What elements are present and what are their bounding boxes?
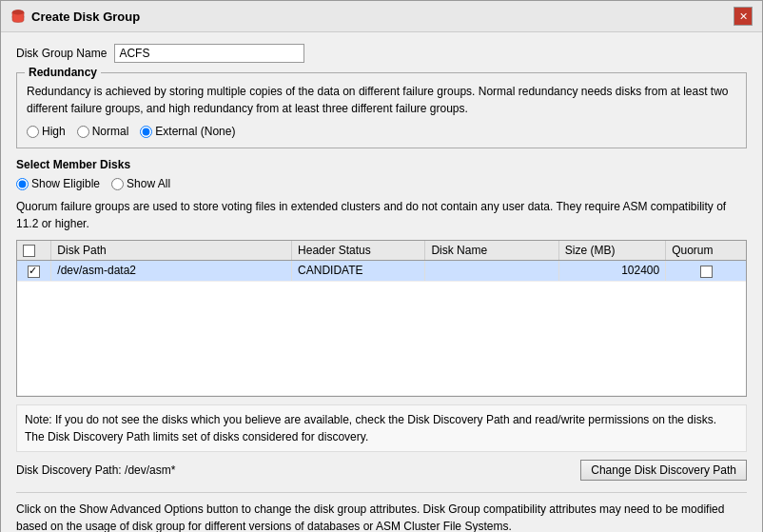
redundancy-description: Redundancy is achieved by storing multip… xyxy=(27,83,736,117)
disk-group-name-input[interactable] xyxy=(114,44,304,63)
radio-normal-label[interactable]: Normal xyxy=(92,125,129,138)
row-header-status: CANDIDATE xyxy=(292,261,425,281)
row-checkbox[interactable] xyxy=(28,266,40,278)
row-disk-path: /dev/asm-data2 xyxy=(51,261,292,281)
col-header-disk-path: Disk Path xyxy=(51,241,292,261)
radio-external-input[interactable] xyxy=(140,126,152,138)
dialog-title: Create Disk Group xyxy=(31,10,140,24)
discovery-path-label: Disk Discovery Path: /dev/asm* xyxy=(16,463,175,477)
radio-external-label[interactable]: External (None) xyxy=(155,125,235,138)
col-header-header-status: Header Status xyxy=(292,241,425,261)
col-header-disk-name: Disk Name xyxy=(425,241,558,261)
show-all-option: Show All xyxy=(111,177,170,190)
col-header-check xyxy=(17,241,51,261)
show-eligible-label[interactable]: Show Eligible xyxy=(31,177,100,190)
radio-high-input[interactable] xyxy=(27,126,39,138)
table-empty-space xyxy=(17,281,746,395)
show-eligible-option: Show Eligible xyxy=(16,177,100,190)
radio-high: High xyxy=(27,125,66,138)
select-member-disks-section: Select Member Disks Show Eligible Show A… xyxy=(16,158,747,481)
svg-point-1 xyxy=(12,10,24,15)
redundancy-radio-row: High Normal External (None) xyxy=(27,125,736,138)
note-text: Note: If you do not see the disks which … xyxy=(25,413,716,443)
radio-external: External (None) xyxy=(140,125,235,138)
row-size: 102400 xyxy=(558,261,665,281)
close-button[interactable]: ✕ xyxy=(734,7,753,26)
show-radio-row: Show Eligible Show All xyxy=(16,177,747,190)
radio-normal-input[interactable] xyxy=(77,126,89,138)
redundancy-group: Redundancy Redundancy is achieved by sto… xyxy=(16,72,747,148)
show-all-label[interactable]: Show All xyxy=(127,177,170,190)
row-quorum xyxy=(666,261,746,281)
discovery-path-row: Disk Discovery Path: /dev/asm* Change Di… xyxy=(16,460,747,481)
change-disk-discovery-path-button[interactable]: Change Disk Discovery Path xyxy=(580,460,747,481)
redundancy-group-title: Redundancy xyxy=(25,66,101,79)
footer-note-text: Click on the Show Advanced Options butto… xyxy=(16,502,724,532)
discovery-path-value: /dev/asm* xyxy=(125,463,175,477)
dialog-icon xyxy=(10,9,26,24)
discovery-path-label-text: Disk Discovery Path: xyxy=(16,463,122,477)
disk-table-body: /dev/asm-data2 CANDIDATE 102400 xyxy=(17,261,746,395)
note-section: Note: If you do not see the disks which … xyxy=(16,404,747,452)
row-check-cell[interactable] xyxy=(17,261,51,281)
title-bar: Create Disk Group ✕ xyxy=(1,1,762,32)
row-disk-name xyxy=(425,261,558,281)
show-all-radio[interactable] xyxy=(111,178,124,190)
footer-note: Click on the Show Advanced Options butto… xyxy=(16,492,747,532)
disk-group-name-label: Disk Group Name xyxy=(16,47,107,60)
member-disks-title: Select Member Disks xyxy=(16,158,747,171)
quorum-description: Quorum failure groups are used to store … xyxy=(16,198,747,232)
disk-table: Disk Path Header Status Disk Name Size (… xyxy=(17,241,746,396)
show-eligible-radio[interactable] xyxy=(16,178,29,190)
col-header-quorum: Quorum xyxy=(666,241,746,261)
radio-normal: Normal xyxy=(77,125,129,138)
table-row[interactable]: /dev/asm-data2 CANDIDATE 102400 xyxy=(17,261,746,281)
create-disk-group-dialog: Create Disk Group ✕ Disk Group Name Redu… xyxy=(0,0,763,532)
quorum-checkbox[interactable] xyxy=(700,266,713,278)
radio-high-label[interactable]: High xyxy=(42,125,66,138)
disk-table-container: Disk Path Header Status Disk Name Size (… xyxy=(16,240,747,397)
col-header-size: Size (MB) xyxy=(558,241,665,261)
disk-group-name-row: Disk Group Name xyxy=(16,44,747,63)
title-bar-left: Create Disk Group xyxy=(10,9,140,24)
header-checkbox[interactable] xyxy=(23,245,35,257)
dialog-body: Disk Group Name Redundancy Redundancy is… xyxy=(1,32,762,532)
table-header-row: Disk Path Header Status Disk Name Size (… xyxy=(17,241,746,261)
